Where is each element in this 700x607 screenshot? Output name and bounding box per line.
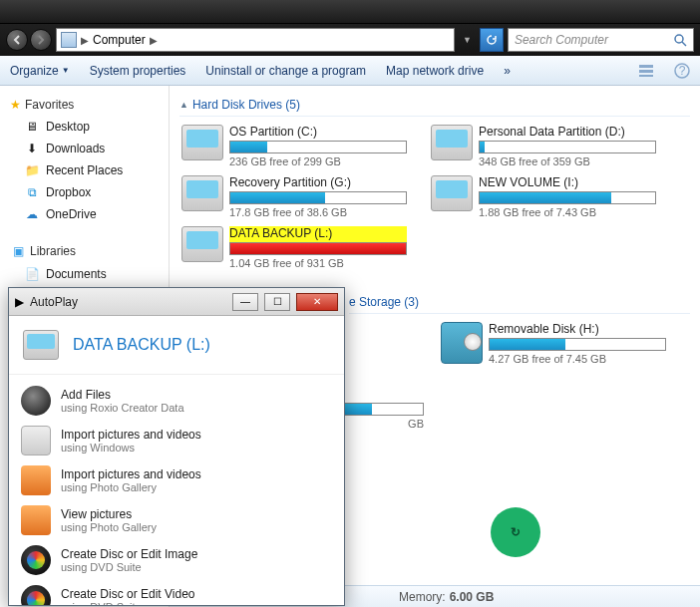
- drive-item[interactable]: NEW VOLUME (I:)1.88 GB free of 7.43 GB: [429, 173, 658, 220]
- breadcrumb-computer[interactable]: Computer: [93, 33, 146, 47]
- action-subtitle: using Photo Gallery: [61, 521, 157, 533]
- minimize-button[interactable]: —: [232, 293, 258, 311]
- usage-bar: [489, 338, 666, 351]
- autoplay-action-list[interactable]: Add Filesusing Roxio Creator DataImport …: [9, 375, 344, 605]
- view-icon[interactable]: [638, 63, 654, 79]
- sidebar-item-downloads[interactable]: ⬇Downloads: [4, 138, 165, 159]
- drive-name: OS Partition (C:): [229, 125, 407, 141]
- autoplay-action[interactable]: Import pictures and videosusing Photo Ga…: [11, 460, 342, 500]
- system-properties-button[interactable]: System properties: [90, 64, 186, 78]
- hdd-icon: [181, 125, 223, 160]
- organize-button[interactable]: Organize▼: [10, 64, 70, 78]
- forward-button[interactable]: [30, 29, 52, 51]
- action-title: Create Disc or Edit Video: [61, 587, 195, 601]
- action-subtitle: using Roxio Creator Data: [61, 402, 184, 414]
- drive-name: Removable Disk (H:): [489, 322, 666, 338]
- search-placeholder: Search Computer: [515, 33, 608, 47]
- hdd-icon: [181, 175, 223, 211]
- chevron-right-icon[interactable]: ▶: [150, 35, 158, 46]
- refresh-button[interactable]: [480, 28, 504, 52]
- drive-item[interactable]: Recovery Partition (G:)17.8 GB free of 3…: [179, 173, 409, 220]
- search-input[interactable]: Search Computer: [508, 28, 694, 52]
- collapse-icon: ▲: [179, 100, 188, 110]
- removable-disk[interactable]: Removable Disk (H:) 4.27 GB free of 7.45…: [439, 320, 668, 367]
- autoplay-icon: ▶: [15, 295, 24, 309]
- chevron-down-icon[interactable]: ▼: [459, 35, 476, 45]
- chevron-right-icon[interactable]: ▶: [81, 35, 89, 46]
- window-titlebar: [0, 0, 700, 24]
- breadcrumb[interactable]: ▶ Computer ▶: [56, 28, 455, 52]
- gal-icon: [21, 505, 51, 535]
- action-subtitle: using Photo Gallery: [61, 481, 201, 493]
- svg-point-0: [675, 35, 683, 43]
- libraries-header[interactable]: ▣ Libraries: [4, 239, 165, 263]
- memory-value: 6.00 GB: [450, 590, 495, 604]
- downloads-icon: ⬇: [24, 141, 40, 156]
- drive-free: 236 GB free of 299 GB: [229, 155, 407, 167]
- svg-text:?: ?: [679, 64, 686, 78]
- drive-name: DATA BACKUP (L:): [229, 226, 407, 242]
- drive-free: 1.88 GB free of 7.43 GB: [479, 206, 656, 218]
- autoplay-action[interactable]: View picturesusing Photo Gallery: [11, 500, 342, 540]
- autoplay-window: ▶ AutoPlay — ☐ ✕ DATA BACKUP (L:) Add Fi…: [8, 287, 345, 606]
- cam-icon: [21, 426, 51, 455]
- svg-rect-3: [639, 70, 653, 73]
- libraries-icon: ▣: [10, 243, 26, 259]
- refresh-icon: ↻: [511, 525, 521, 539]
- hdd-icon: [181, 226, 223, 262]
- drive-free: 17.8 GB free of 38.6 GB: [229, 206, 407, 218]
- removable-disk-icon: [441, 322, 483, 364]
- sidebar-item-desktop[interactable]: 🖥Desktop: [4, 116, 165, 138]
- drive-name: Recovery Partition (G:): [229, 175, 407, 191]
- nav-row: ▶ Computer ▶ ▼ Search Computer: [0, 24, 700, 56]
- usage-bar: [229, 242, 407, 255]
- star-icon: ★: [10, 98, 21, 112]
- usage-bar: [229, 191, 407, 204]
- action-title: View pictures: [61, 507, 157, 521]
- drive-item[interactable]: Personal Data Partition (D:)348 GB free …: [429, 123, 658, 169]
- sidebar-item-documents[interactable]: 📄Documents: [4, 263, 165, 285]
- documents-icon: 📄: [24, 266, 40, 282]
- hdd-section-header[interactable]: ▲ Hard Disk Drives (5): [179, 94, 690, 117]
- action-title: Create Disc or Edit Image: [61, 547, 197, 561]
- autoplay-action[interactable]: Add Filesusing Roxio Creator Data: [11, 381, 342, 421]
- svg-rect-4: [639, 75, 653, 77]
- favorites-header[interactable]: ★ Favorites: [4, 94, 165, 116]
- map-network-drive-button[interactable]: Map network drive: [386, 64, 484, 78]
- disc-icon: [21, 386, 51, 416]
- uninstall-program-button[interactable]: Uninstall or change a program: [205, 64, 366, 78]
- action-subtitle: using DVD Suite: [61, 601, 195, 605]
- removable-section-header[interactable]: e Storage (3): [349, 291, 690, 314]
- sidebar-item-dropbox[interactable]: ⧉Dropbox: [4, 181, 165, 203]
- search-icon: [673, 33, 687, 47]
- close-button[interactable]: ✕: [296, 293, 338, 311]
- sync-badge[interactable]: ↻: [491, 507, 540, 557]
- autoplay-action[interactable]: Import pictures and videosusing Windows: [11, 421, 342, 460]
- action-subtitle: using DVD Suite: [61, 561, 197, 573]
- help-icon[interactable]: ?: [674, 63, 690, 79]
- dropbox-icon: ⧉: [24, 184, 40, 200]
- usage-bar: [229, 141, 407, 153]
- drive-free: GB: [344, 418, 424, 430]
- sidebar-item-onedrive[interactable]: ☁OneDrive: [4, 203, 165, 225]
- drive-icon: [23, 330, 59, 360]
- action-title: Import pictures and videos: [61, 428, 201, 442]
- desktop-icon: 🖥: [24, 119, 40, 135]
- autoplay-action[interactable]: Create Disc or Edit Videousing DVD Suite: [11, 580, 342, 605]
- autoplay-action[interactable]: Create Disc or Edit Imageusing DVD Suite: [11, 540, 342, 580]
- multi-icon: [21, 585, 51, 605]
- drive-item[interactable]: DATA BACKUP (L:)1.04 GB free of 931 GB: [179, 224, 409, 271]
- memory-label: Memory:: [399, 590, 446, 604]
- computer-icon: [61, 32, 77, 48]
- action-title: Add Files: [61, 388, 184, 402]
- drive-name: NEW VOLUME (I:): [479, 175, 656, 191]
- autoplay-titlebar[interactable]: ▶ AutoPlay — ☐ ✕: [9, 288, 344, 316]
- svg-line-1: [682, 42, 686, 46]
- sidebar-item-recent[interactable]: 📁Recent Places: [4, 159, 165, 181]
- svg-rect-2: [639, 65, 653, 68]
- maximize-button[interactable]: ☐: [264, 293, 290, 311]
- more-commands-button[interactable]: »: [504, 64, 511, 78]
- action-title: Import pictures and videos: [61, 467, 201, 481]
- drive-item[interactable]: OS Partition (C:)236 GB free of 299 GB: [179, 123, 409, 169]
- back-button[interactable]: [6, 29, 28, 51]
